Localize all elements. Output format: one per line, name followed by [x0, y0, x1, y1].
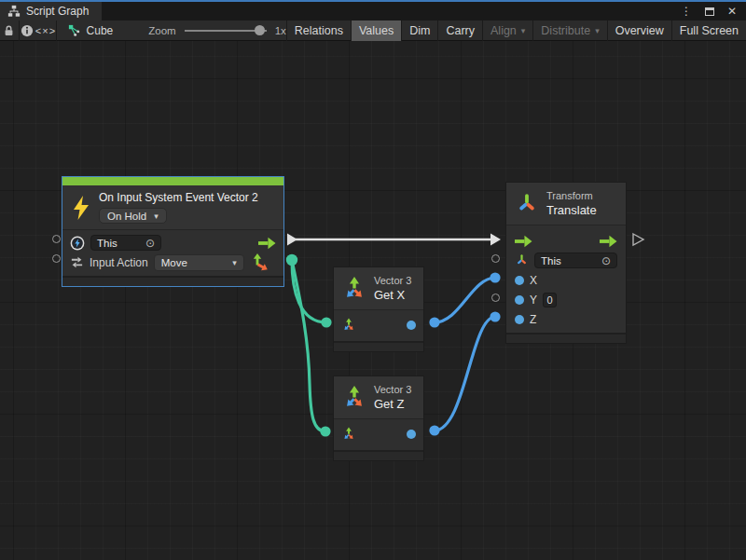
toolbar-button-dim[interactable]: Dim [401, 20, 437, 41]
translate-this-row: This ⊙ [515, 251, 617, 270]
toolbar-button-align[interactable]: Align▾ [482, 20, 532, 41]
wire-getz-to-translate-z[interactable] [435, 317, 495, 430]
vector3-icon [341, 385, 367, 411]
target-picker-icon[interactable]: ⊙ [145, 238, 155, 249]
getx-title: Get X [374, 287, 411, 303]
event-this-input-port[interactable] [52, 235, 61, 243]
toolbar-button-carry[interactable]: Carry [437, 20, 482, 41]
toolbar-button-distribute[interactable]: Distribute▾ [532, 20, 606, 41]
zoom-slider-handle[interactable] [255, 25, 265, 35]
translate-z-label: Z [530, 313, 536, 326]
translate-y-value-field[interactable]: 0 [543, 293, 557, 307]
event-this-row: This ⊙ [70, 233, 276, 253]
graph-canvas[interactable]: On Input System Event Vector 2 On Hold ▾ [0, 41, 746, 560]
y-value: 0 [546, 294, 552, 306]
getx-node-footer [334, 341, 423, 351]
flow-output-arrow-icon[interactable] [258, 237, 276, 250]
toolbar-button-values[interactable]: Values [351, 20, 401, 41]
node-vector3-get-x[interactable]: Vector 3 Get X [333, 266, 424, 352]
button-label: Overview [615, 24, 664, 37]
flow-input-arrow-icon[interactable] [515, 235, 532, 248]
getz-title: Get Z [374, 396, 411, 412]
window-controls: ⋮ ✕ [681, 2, 746, 20]
wire-end-ball [490, 272, 500, 282]
button-label: Carry [446, 24, 475, 37]
vector3-input-port-icon[interactable] [341, 427, 356, 442]
toolbar-button-relations[interactable]: Relations [286, 20, 351, 41]
translate-x-row: X [515, 270, 617, 290]
translate-x-port[interactable] [515, 276, 524, 285]
vector2-output-port-icon[interactable] [252, 253, 269, 272]
getx-output-port[interactable] [407, 321, 416, 330]
code-view-button[interactable]: <×> [35, 20, 56, 41]
wire-end-ball [490, 311, 500, 321]
chevron-down-icon: ▾ [232, 258, 237, 267]
chevron-down-icon: ▾ [521, 26, 526, 35]
flow-output-arrow-icon[interactable] [600, 235, 617, 248]
translate-z-row: Z [515, 309, 617, 329]
tab-bar: Script Graph ⋮ ✕ [0, 2, 746, 20]
wire-getx-to-translate-x[interactable] [435, 278, 495, 322]
translate-node-footer [506, 333, 626, 343]
node-vector3-get-z[interactable]: Vector 3 Get Z [333, 376, 424, 461]
inspect-button[interactable] [19, 20, 35, 41]
lock-button[interactable] [0, 20, 19, 41]
input-action-dropdown[interactable]: Move ▾ [154, 254, 244, 271]
translate-y-label: Y [530, 294, 537, 307]
toolbar-button-fullscreen[interactable]: Full Screen [671, 20, 746, 41]
event-inputaction-row: Input Action Move ▾ [70, 253, 276, 272]
getx-surtitle: Vector 3 [374, 274, 411, 287]
tab-script-graph[interactable]: Script Graph [0, 2, 102, 20]
wire-vector2-to-getz[interactable] [292, 260, 325, 431]
script-graph-asset-icon [68, 24, 81, 37]
input-action-value: Move [161, 257, 187, 268]
unity-script-graph-window: Script Graph ⋮ ✕ <×> [0, 0, 746, 560]
translate-z-port[interactable] [515, 315, 524, 324]
zoom-control: Zoom 1x [148, 20, 286, 41]
transform-mini-icon[interactable] [515, 253, 529, 267]
graph-breadcrumb[interactable]: Cube [57, 20, 123, 41]
vector3-icon [341, 276, 367, 302]
maximize-icon[interactable] [705, 7, 714, 16]
chevron-down-icon: ▾ [595, 26, 600, 35]
zoom-slider[interactable] [185, 20, 267, 41]
getx-node-header: Vector 3 Get X [334, 267, 423, 310]
close-icon[interactable]: ✕ [727, 6, 737, 17]
graph-name-label: Cube [87, 24, 114, 37]
node-transform-translate[interactable]: Transform Translate [505, 182, 627, 344]
window-menu-icon[interactable]: ⋮ [681, 6, 692, 17]
this-field-value: This [541, 255, 561, 266]
flow-wire-event-to-translate[interactable] [287, 234, 501, 246]
lock-icon [3, 24, 15, 37]
translate-this-field[interactable]: This ⊙ [534, 253, 617, 268]
translate-node-header: Transform Translate [506, 183, 626, 225]
translate-y-input-port[interactable] [491, 294, 500, 302]
event-mode-value: On Hold [107, 211, 146, 222]
flow-output-triangle-port[interactable] [633, 234, 643, 245]
this-field-value: This [97, 238, 117, 249]
button-label: Full Screen [680, 24, 739, 37]
event-node-footer [62, 276, 283, 286]
translate-y-port[interactable] [515, 295, 524, 305]
translate-this-input-port[interactable] [491, 254, 500, 263]
input-action-label: Input Action [90, 256, 148, 269]
button-label: Distribute [541, 24, 590, 37]
wire-end-ball [429, 317, 439, 327]
toolbar-buttons: Relations Values Dim Carry Align▾ Distri… [286, 20, 746, 41]
target-picker-icon[interactable]: ⊙ [601, 255, 611, 266]
toolbar-button-overview[interactable]: Overview [607, 20, 671, 41]
event-this-field[interactable]: This ⊙ [90, 235, 161, 251]
getz-output-port[interactable] [407, 430, 416, 439]
input-action-shuffle-icon [70, 255, 84, 269]
event-node-ports: This ⊙ Input Action [62, 230, 283, 274]
vector3-input-port-icon[interactable] [341, 318, 356, 333]
getx-port-row [341, 313, 416, 337]
translate-node-ports: This ⊙ X Y 0 Z [506, 225, 626, 331]
event-mode-dropdown[interactable]: On Hold ▾ [99, 208, 167, 224]
transform-icon [515, 192, 539, 216]
button-label: Align [490, 24, 517, 37]
event-node-green-bar [62, 177, 283, 185]
node-on-input-system-event-vector2[interactable]: On Input System Event Vector 2 On Hold ▾ [62, 176, 284, 287]
getz-node-header: Vector 3 Get Z [334, 376, 423, 419]
event-inputaction-input-port[interactable] [52, 254, 61, 263]
